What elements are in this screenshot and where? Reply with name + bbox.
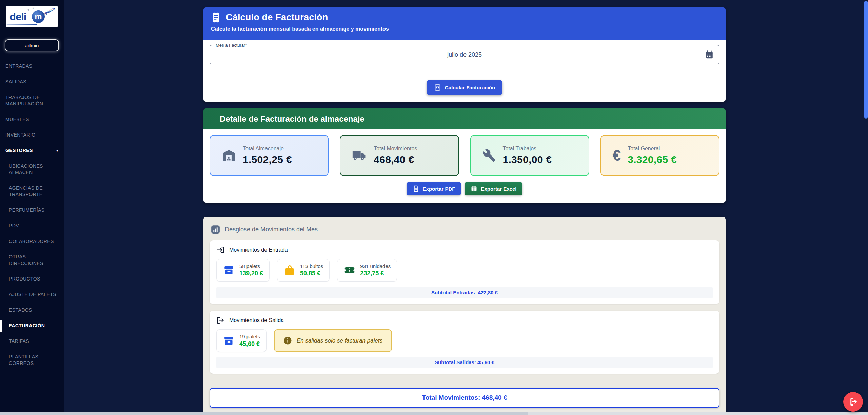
- exits-title: Movimientos de Salida: [229, 317, 284, 324]
- entries-title: Movimientos de Entrada: [229, 247, 288, 253]
- wrench-icon: [482, 149, 496, 162]
- euro-icon: €: [613, 147, 621, 164]
- ticket-icon: [343, 264, 356, 276]
- calculator-icon: [434, 84, 441, 91]
- sidebar-item-label: SALIDAS: [5, 79, 26, 84]
- chevron-down-icon: ▼: [56, 147, 59, 154]
- total-almacenaje-value: 1.502,25 €: [243, 154, 292, 165]
- entries-unidades-value: 232,75 €: [360, 270, 391, 277]
- sidebar-item-colaboradores[interactable]: COLABORADORES: [0, 238, 64, 245]
- vertical-scrollbar-thumb[interactable]: [864, 1, 868, 119]
- sidebar-item-muebles[interactable]: MUEBLES: [0, 116, 64, 123]
- billing-calc-header: Cálculo de Facturación Calcule la factur…: [203, 7, 726, 40]
- entries-bultos-value: 50,85 €: [300, 270, 323, 277]
- exits-palets-qty: 19 palets: [239, 334, 260, 339]
- logo-underline: [6, 24, 38, 25]
- total-general-card: € Total General 3.320,65 €: [600, 135, 719, 176]
- logout-icon: [849, 397, 858, 407]
- logo: ✶ ✶ deli m logística: [6, 6, 58, 27]
- sidebar-item-label: COLABORADORES: [9, 238, 54, 244]
- export-excel-label: Exportar Excel: [481, 186, 516, 192]
- sidebar-item-estados[interactable]: ESTADOS: [0, 307, 64, 313]
- total-trabajos-label: Total Trabajos: [503, 146, 552, 152]
- sidebar-item-productos[interactable]: PRODUCTOS: [0, 276, 64, 282]
- sidebar: ✶ ✶ deli m logística admin ENTRADAS SALI…: [0, 0, 64, 412]
- arrow-into-box-icon: [216, 246, 225, 254]
- total-general-label: Total General: [628, 146, 677, 152]
- sidebar-item-label: UBICACIONES ALMACÉN: [9, 163, 43, 175]
- page-title: Cálculo de Facturación: [226, 12, 328, 23]
- entries-palets-card: 58 palets 139,20 €: [216, 259, 270, 282]
- truck-icon: [352, 148, 367, 163]
- sidebar-item-label: AGENCIAS DE TRANSPORTE: [9, 185, 43, 197]
- total-almacenaje-card: Total Almacenaje 1.502,25 €: [210, 135, 329, 176]
- sidebar-item-agencias-transporte[interactable]: AGENCIAS DE TRANSPORTE: [0, 185, 64, 198]
- bar-chart-icon: [211, 225, 220, 234]
- sidebar-item-label: PRODUCTOS: [9, 276, 40, 282]
- sidebar-item-label: TRABAJOS DE MANIPULACIÓN: [5, 95, 43, 106]
- export-pdf-label: Exportar PDF: [423, 186, 455, 192]
- entries-header: Movimientos de Entrada: [216, 246, 713, 254]
- sidebar-item-perfumerias[interactable]: PERFUMERÍAS: [0, 207, 64, 213]
- sidebar-item-label: TARIFAS: [9, 338, 29, 344]
- calendar-icon[interactable]: [705, 50, 714, 59]
- total-general-value: 3.320,65 €: [628, 154, 677, 165]
- sidebar-item-inventario[interactable]: INVENTARIO: [0, 132, 64, 138]
- total-almacenaje-label: Total Almacenaje: [243, 146, 292, 152]
- arrow-out-of-box-icon: [216, 316, 225, 325]
- sidebar-item-entradas[interactable]: ENTRADAS: [0, 63, 64, 69]
- sidebar-item-gestores[interactable]: GESTORES ▼: [0, 147, 64, 154]
- logo-tagline: logística: [42, 6, 56, 16]
- sidebar-item-label: FACTURACIÓN: [9, 323, 45, 328]
- exits-items-row: 19 palets 45,60 € En salidas solo se fac…: [216, 329, 713, 352]
- total-movimientos-value: 468,40 €: [374, 154, 417, 165]
- month-input-value: julio de 2025: [210, 45, 719, 64]
- entries-items-row: 58 palets 139,20 € 113 bultos 50,85 € 93…: [216, 259, 713, 282]
- detail-title: Detalle de Facturación de almacenaje: [220, 114, 364, 124]
- entries-subtotal: Subtotal Entradas: 422,80 €: [216, 287, 713, 298]
- logout-button[interactable]: [843, 392, 863, 412]
- exits-subtotal: Subtotal Salidas: 45,60 €: [216, 357, 713, 368]
- exits-header: Movimientos de Salida: [216, 316, 713, 325]
- logo-brand-text: deli: [9, 11, 26, 23]
- sidebar-item-facturacion[interactable]: FACTURACIÓN: [0, 323, 64, 329]
- month-input[interactable]: Mes a Facturar* julio de 2025: [210, 45, 719, 64]
- summary-cards-row: Total Almacenaje 1.502,25 € Total Movimi…: [210, 135, 719, 176]
- export-pdf-button[interactable]: Exportar PDF: [407, 182, 461, 195]
- sidebar-item-salidas[interactable]: SALIDAS: [0, 79, 64, 85]
- total-movimientos-label: Total Movimientos: [374, 146, 417, 152]
- sidebar-item-label: OTRAS DIRECCIONES: [9, 254, 43, 266]
- export-excel-button[interactable]: Exportar Excel: [465, 182, 522, 195]
- total-trabajos-value: 1.350,00 €: [503, 154, 552, 165]
- horizontal-scrollbar-thumb[interactable]: [0, 412, 528, 415]
- horizontal-scrollbar[interactable]: [0, 412, 868, 415]
- sidebar-item-label: PDV: [9, 223, 19, 228]
- sidebar-item-pdv[interactable]: PDV: [0, 223, 64, 229]
- sidebar-nav: ENTRADAS SALIDAS TRABAJOS DE MANIPULACIÓ…: [0, 63, 64, 367]
- info-icon: [283, 336, 292, 345]
- movements-breakdown-card: Desglose de Movimientos del Mes Movimien…: [203, 217, 726, 412]
- spreadsheet-icon: [471, 185, 477, 192]
- sidebar-item-label: AJUSTE DE PALETS: [9, 292, 56, 297]
- sidebar-item-ajuste-palets[interactable]: AJUSTE DE PALETS: [0, 291, 64, 298]
- total-movimientos-card: Total Movimientos 468,40 €: [340, 135, 459, 176]
- sidebar-item-label: INVENTARIO: [5, 132, 36, 138]
- sidebar-item-otras-direcciones[interactable]: OTRAS DIRECCIONES: [0, 254, 64, 267]
- pallet-box-icon: [223, 335, 235, 347]
- logo-brand-suffix: m: [35, 12, 42, 21]
- receipt-icon: [211, 12, 221, 23]
- entries-unidades-qty: 931 unidades: [360, 263, 391, 269]
- sidebar-item-tarifas[interactable]: TARIFAS: [0, 338, 64, 345]
- exits-note-text: En salidas solo se facturan palets: [297, 337, 382, 344]
- sidebar-item-label: MUEBLES: [5, 117, 29, 122]
- entries-card: Movimientos de Entrada 58 palets 139,20 …: [210, 240, 719, 304]
- exits-palets-card: 19 palets 45,60 €: [216, 329, 267, 352]
- bag-icon: [283, 264, 296, 276]
- entries-unidades-card: 931 unidades 232,75 €: [337, 259, 397, 282]
- calculate-billing-button[interactable]: Calcular Facturación: [427, 80, 502, 95]
- entries-bultos-card: 113 bultos 50,85 €: [277, 259, 330, 282]
- sidebar-item-trabajos-manipulacion[interactable]: TRABAJOS DE MANIPULACIÓN: [0, 94, 64, 107]
- sidebar-item-plantillas-correos[interactable]: PLANTILLAS CORREOS: [0, 354, 64, 367]
- sidebar-item-ubicaciones-almacen[interactable]: UBICACIONES ALMACÉN: [0, 163, 64, 176]
- user-button[interactable]: admin: [5, 39, 59, 51]
